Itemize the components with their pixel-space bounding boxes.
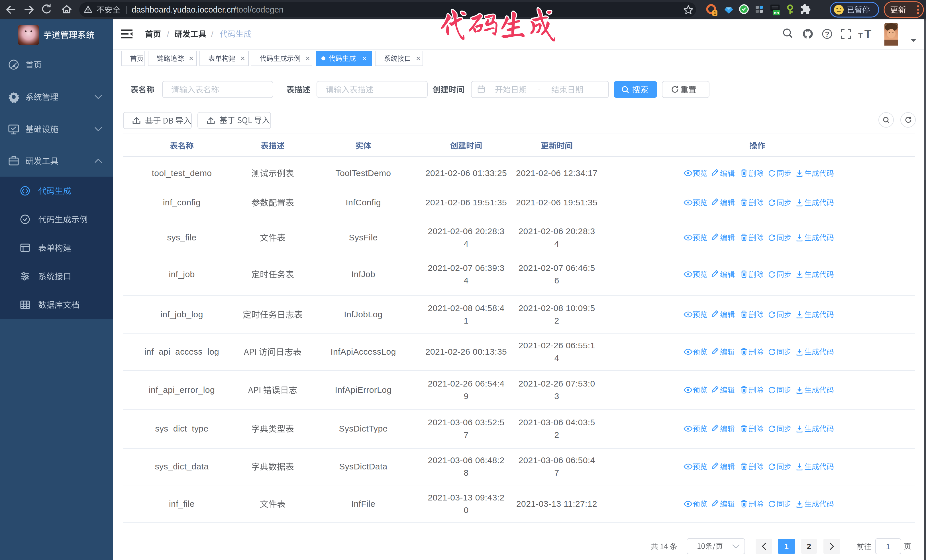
svg-text:2021-02-26 07:53:0: 2021-02-26 07:53:0 — [518, 379, 595, 388]
svg-text:inf_job_log: inf_job_log — [160, 309, 203, 319]
svg-text:InfJob: InfJob — [351, 269, 375, 279]
svg-text:T: T — [864, 28, 871, 40]
svg-text:2021-03-06 06:48:2: 2021-03-06 06:48:2 — [428, 456, 504, 465]
svg-text:ToolTestDemo: ToolTestDemo — [336, 168, 391, 178]
svg-text:2: 2 — [806, 542, 811, 551]
svg-text:9: 9 — [464, 391, 468, 401]
svg-text:1: 1 — [886, 542, 890, 551]
svg-text:2021-03-06 06:50:4: 2021-03-06 06:50:4 — [518, 456, 595, 465]
svg-text:inf_api_access_log: inf_api_access_log — [144, 347, 219, 356]
svg-text:2021-02-26 06:55:1: 2021-02-26 06:55:1 — [518, 341, 595, 350]
svg-text:InfApiAccessLog: InfApiAccessLog — [330, 347, 396, 356]
svg-text:2021-02-06 12:34:17: 2021-02-06 12:34:17 — [516, 168, 598, 178]
svg-text:SysDictType: SysDictType — [339, 424, 387, 433]
svg-text:inf_api_error_log: inf_api_error_log — [149, 385, 215, 394]
svg-text:T: T — [858, 31, 863, 39]
svg-text:SysFile: SysFile — [349, 233, 378, 242]
svg-text:on: on — [774, 10, 779, 15]
svg-text:/: / — [167, 30, 169, 38]
svg-text:2021-02-07 06:46:5: 2021-02-07 06:46:5 — [518, 263, 595, 273]
svg-text:8: 8 — [464, 468, 468, 477]
svg-text:2: 2 — [554, 316, 559, 325]
svg-text:dashboard.yudao.iocoder.cn: dashboard.yudao.iocoder.cn — [132, 5, 235, 14]
svg-text:InfConfig: InfConfig — [346, 198, 381, 207]
svg-text:?: ? — [825, 30, 829, 38]
svg-text:InfJobLog: InfJobLog — [344, 309, 382, 319]
svg-text:2021-02-07 06:39:3: 2021-02-07 06:39:3 — [428, 263, 504, 273]
svg-text:4: 4 — [464, 276, 468, 285]
svg-text:/: / — [211, 30, 213, 38]
svg-text:/tool/codegen: /tool/codegen — [234, 5, 283, 14]
svg-text:tool_test_demo: tool_test_demo — [152, 168, 212, 178]
svg-text:2021-02-26 00:13:35: 2021-02-26 00:13:35 — [425, 347, 507, 356]
svg-text:2021-03-13 11:27:12: 2021-03-13 11:27:12 — [516, 499, 597, 509]
svg-text:2021-02-06 19:51:35: 2021-02-06 19:51:35 — [516, 198, 598, 207]
svg-text:1: 1 — [464, 316, 468, 325]
svg-text:2021-02-06 20:28:3: 2021-02-06 20:28:3 — [428, 226, 504, 236]
svg-text:6: 6 — [554, 276, 559, 285]
svg-text:SysDictData: SysDictData — [339, 462, 387, 471]
svg-text:4: 4 — [554, 239, 559, 248]
svg-text:2021-02-26 06:54:4: 2021-02-26 06:54:4 — [428, 379, 504, 388]
svg-text:sys_dict_data: sys_dict_data — [155, 462, 209, 471]
svg-text:7: 7 — [464, 430, 468, 439]
svg-text:7: 7 — [554, 468, 559, 477]
svg-text:2021-02-06 20:28:3: 2021-02-06 20:28:3 — [518, 226, 595, 236]
svg-text:sys_file: sys_file — [167, 233, 196, 242]
svg-text:2021-03-06 03:52:5: 2021-03-06 03:52:5 — [428, 418, 504, 427]
svg-text:1: 1 — [713, 10, 716, 16]
svg-text:InfFile: InfFile — [351, 499, 375, 509]
svg-text:4: 4 — [464, 239, 468, 248]
svg-text:2021-02-08 04:58:4: 2021-02-08 04:58:4 — [428, 303, 504, 313]
svg-text:InfApiErrorLog: InfApiErrorLog — [335, 385, 392, 394]
svg-text:0: 0 — [464, 505, 468, 515]
svg-text:4: 4 — [554, 353, 559, 362]
svg-text:2021-02-06 01:33:25: 2021-02-06 01:33:25 — [425, 168, 507, 178]
svg-text:2021-02-06 19:51:35: 2021-02-06 19:51:35 — [425, 198, 507, 207]
svg-text:-: - — [538, 85, 540, 94]
svg-text:2021-02-08 10:09:5: 2021-02-08 10:09:5 — [518, 303, 595, 313]
svg-text:inf_job: inf_job — [169, 269, 195, 279]
svg-text:3: 3 — [554, 391, 559, 401]
svg-text:inf_file: inf_file — [169, 499, 195, 509]
svg-text:2: 2 — [554, 430, 559, 439]
svg-text:inf_config: inf_config — [163, 198, 201, 207]
svg-text:2021-03-06 04:03:5: 2021-03-06 04:03:5 — [518, 418, 595, 427]
svg-text:sys_dict_type: sys_dict_type — [155, 424, 209, 433]
svg-text:1: 1 — [784, 542, 789, 551]
svg-text:2021-03-13 09:43:2: 2021-03-13 09:43:2 — [428, 493, 504, 502]
